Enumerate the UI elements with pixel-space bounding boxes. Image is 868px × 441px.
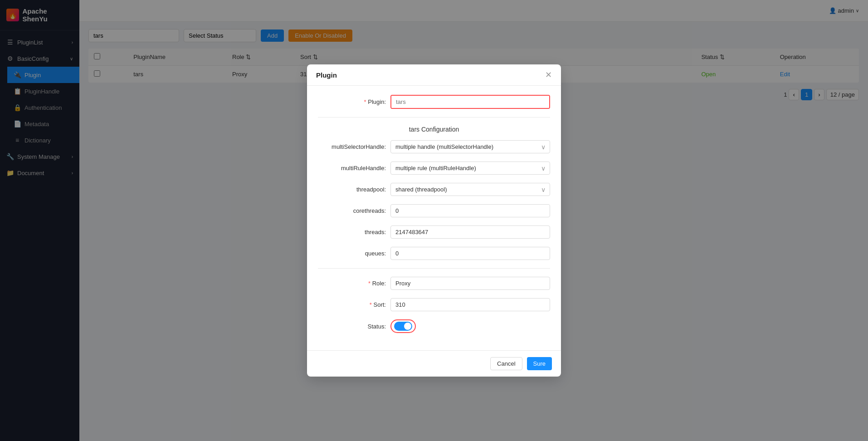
status-toggle-highlight <box>390 319 416 333</box>
plugin-field-input[interactable] <box>391 96 549 108</box>
modal-close-button[interactable]: ✕ <box>545 71 552 79</box>
threads-input[interactable] <box>390 225 550 239</box>
config-section-title: tars Configuration <box>318 126 550 133</box>
role-label: Role: <box>318 280 390 287</box>
threads-label: threads: <box>318 229 390 235</box>
sort-row: Sort: <box>318 298 550 311</box>
plugin-field-row: Plugin: <box>318 95 550 109</box>
modal-header: Plugin ✕ <box>307 64 561 86</box>
multi-rule-handle-select[interactable]: multiple rule (multiRuleHandle) <box>390 162 550 175</box>
queues-input[interactable] <box>390 247 550 260</box>
multi-selector-handle-select[interactable]: multiple handle (multiSelectorHandle) <box>390 140 550 153</box>
multi-rule-handle-label: multiRuleHandle: <box>318 165 390 172</box>
sort-label: Sort: <box>318 301 390 308</box>
plugin-modal: Plugin ✕ Plugin: tars Configuration mult… <box>307 64 561 377</box>
modal-footer: Cancel Sure <box>307 350 561 377</box>
role-row: Role: <box>318 277 550 290</box>
multi-selector-handle-label: multiSelectorHandle: <box>318 143 390 150</box>
corethreads-row: corethreads: <box>318 204 550 217</box>
plugin-field-label: Plugin: <box>318 98 390 105</box>
modal-title: Plugin <box>316 71 337 79</box>
modal-body: Plugin: tars Configuration multiSelector… <box>307 86 561 350</box>
sure-button[interactable]: Sure <box>527 357 552 370</box>
section-divider <box>318 117 550 118</box>
status-field-label: Status: <box>318 323 390 330</box>
section-divider2 <box>318 268 550 269</box>
cancel-button[interactable]: Cancel <box>490 357 522 370</box>
modal-overlay: Plugin ✕ Plugin: tars Configuration mult… <box>0 0 868 441</box>
sort-input[interactable] <box>390 298 550 311</box>
status-row: Status: <box>318 319 550 333</box>
queues-label: queues: <box>318 250 390 257</box>
threadpool-row: threadpool: shared (threadpool) ∨ <box>318 183 550 196</box>
status-toggle-wrapper <box>390 319 416 333</box>
role-input[interactable] <box>390 277 550 290</box>
multi-selector-handle-row: multiSelectorHandle: multiple handle (mu… <box>318 140 550 153</box>
threads-row: threads: <box>318 225 550 239</box>
queues-row: queues: <box>318 247 550 260</box>
corethreads-label: corethreads: <box>318 207 390 214</box>
threadpool-label: threadpool: <box>318 186 390 193</box>
threadpool-select[interactable]: shared (threadpool) <box>390 183 550 196</box>
corethreads-input[interactable] <box>390 204 550 217</box>
multi-rule-handle-row: multiRuleHandle: multiple rule (multiRul… <box>318 162 550 175</box>
status-toggle[interactable] <box>394 322 412 331</box>
